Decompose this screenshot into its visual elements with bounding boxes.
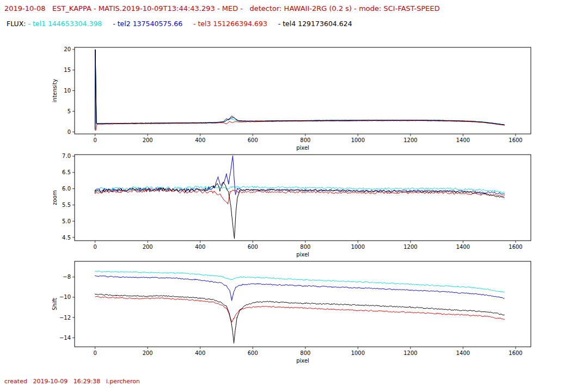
axes-frame <box>75 155 531 241</box>
axes-frame <box>75 261 531 347</box>
x-tick-label: 1000 <box>351 350 365 356</box>
x-tick-label: 1400 <box>456 137 470 143</box>
x-tick-label: 200 <box>143 350 153 356</box>
x-axis-label: pixel <box>296 358 309 364</box>
y-tick-label: 20 <box>64 46 71 52</box>
y-tick-label: 10 <box>64 88 71 94</box>
series-tel4-line <box>95 50 505 130</box>
x-axis-label: pixel <box>296 252 309 258</box>
y-axis-label: intensity <box>52 79 58 102</box>
x-tick-label: 600 <box>248 244 258 250</box>
y-tick-label: 4.5 <box>62 235 71 241</box>
series-tel2-line <box>95 275 505 301</box>
x-tick-label: 800 <box>300 244 310 250</box>
y-tick-label: −10 <box>59 294 71 300</box>
y-tick-label: −12 <box>59 315 71 321</box>
x-tick-label: 1600 <box>509 137 522 143</box>
x-tick-label: 800 <box>300 350 310 356</box>
y-tick-label: −14 <box>59 335 71 341</box>
y-axis-label: zoom <box>52 190 58 205</box>
y-tick-label: 7.0 <box>62 153 71 159</box>
x-tick-label: 400 <box>195 244 205 250</box>
x-tick-label: 1400 <box>456 244 470 250</box>
chart-intensity: 0200400600800100012001400160005101520int… <box>52 46 531 151</box>
x-tick-label: 1600 <box>509 244 522 250</box>
x-tick-label: 0 <box>93 350 96 356</box>
series-tel2-line <box>95 156 505 195</box>
x-tick-label: 400 <box>195 137 205 143</box>
x-tick-label: 1200 <box>403 244 417 250</box>
series-tel1-line <box>95 53 505 129</box>
x-tick-label: 600 <box>248 350 258 356</box>
y-tick-label: 5.5 <box>62 202 71 208</box>
y-tick-label: 6.5 <box>62 169 71 175</box>
created-stamp: created 2019-10-09 16:29:38 i.percheron <box>4 378 140 385</box>
y-tick-label: 5 <box>68 108 71 114</box>
x-tick-label: 1200 <box>403 137 417 143</box>
x-tick-label: 1400 <box>456 350 470 356</box>
series-tel2-line <box>95 50 505 130</box>
series-tel3-line <box>95 121 505 131</box>
y-tick-label: 15 <box>64 67 71 73</box>
x-tick-label: 0 <box>93 244 96 250</box>
y-tick-label: 6.0 <box>62 186 71 192</box>
x-tick-label: 0 <box>93 137 96 143</box>
x-tick-label: 200 <box>143 244 153 250</box>
x-tick-label: 600 <box>248 137 258 143</box>
x-tick-label: 400 <box>195 350 205 356</box>
chart-shift: 02004006008001000120014001600−14−12−10−8… <box>52 261 531 364</box>
y-tick-label: 0 <box>68 129 71 135</box>
x-tick-label: 200 <box>143 137 153 143</box>
chart-zoom: 020040060080010001200140016004.55.05.56.… <box>52 153 531 258</box>
y-tick-label: −8 <box>63 274 71 280</box>
x-tick-label: 1000 <box>351 137 365 143</box>
x-tick-label: 1600 <box>509 350 522 356</box>
y-tick-label: 5.0 <box>62 218 71 224</box>
matisse-est-kappa-page: 2019-10-08 EST_KAPPA - MATIS.2019-10-09T… <box>0 0 588 392</box>
series-tel4-line <box>95 294 505 344</box>
x-tick-label: 1200 <box>403 350 417 356</box>
x-axis-label: pixel <box>296 145 309 151</box>
y-axis-label: Shift <box>52 298 58 310</box>
plots-canvas: 0200400600800100012001400160005101520int… <box>0 0 588 392</box>
series-tel1-line <box>95 271 505 292</box>
x-tick-label: 800 <box>300 137 310 143</box>
x-tick-label: 1000 <box>351 244 365 250</box>
